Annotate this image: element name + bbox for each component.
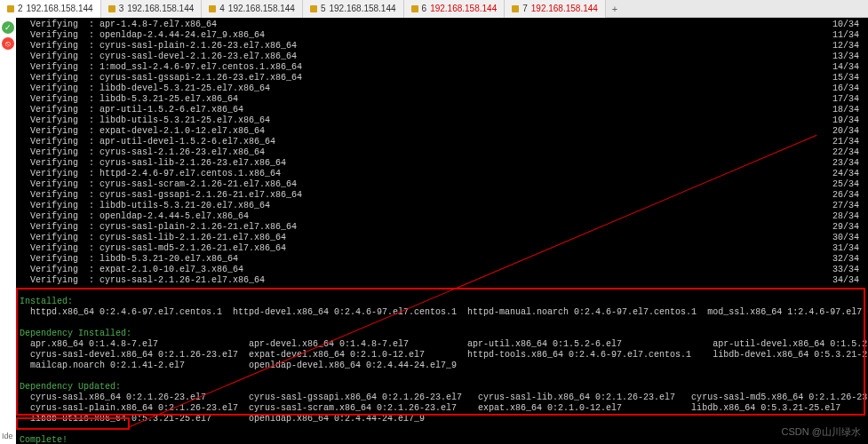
verify-line: Verifying : expat-2.1.0-10.el7_3.x86_643…	[20, 265, 864, 275]
tab-num: 7	[522, 4, 528, 13]
dep-installed-line: apr.x86_64 0:1.4.8-7.el7 apr-devel.x86_6…	[20, 339, 864, 350]
verify-line: Verifying : libdb-devel-5.3.21-25.el7.x8…	[20, 83, 864, 94]
verify-line: Verifying : cyrus-sasl-devel-2.1.26-23.e…	[20, 52, 864, 62]
tab-label: 192.168.158.144	[329, 4, 395, 13]
tab-icon	[411, 5, 418, 12]
stop-icon[interactable]: ⦸	[2, 37, 14, 50]
verify-line: Verifying : cyrus-sasl-lib-2.1.26-21.el7…	[20, 233, 864, 243]
tab-2[interactable]: 2192.168.158.144	[0, 0, 101, 18]
complete-line: Complete!	[20, 435, 864, 444]
installed-line: httpd.x86_64 0:2.4.6-97.el7.centos.1 htt…	[20, 307, 864, 318]
tab-num: 4	[219, 4, 225, 13]
tab-7[interactable]: 7192.168.158.144	[505, 0, 606, 18]
tab-bar: 2192.168.158.1443192.168.158.1444192.168…	[0, 0, 868, 18]
tab-icon	[209, 5, 216, 12]
verify-line: Verifying : cyrus-sasl-lib-2.1.26-23.el7…	[20, 158, 864, 169]
tab-num: 3	[119, 4, 124, 13]
left-icons: ✓ ⦸	[2, 21, 16, 50]
dep-installed-line: cyrus-sasl-devel.x86_64 0:2.1.26-23.el7 …	[20, 350, 864, 361]
dep-updated-line: cyrus-sasl.x86_64 0:2.1.26-23.el7 cyrus-…	[20, 392, 864, 403]
ide-label: Ide	[2, 432, 13, 440]
verify-line: Verifying : cyrus-sasl-plain-2.1.26-23.e…	[20, 41, 864, 52]
verify-line: Verifying : apr-util-1.5.2-6.el7.x86_641…	[20, 105, 864, 115]
tab-num: 5	[321, 4, 326, 13]
tab-label: 192.168.158.144	[430, 4, 497, 13]
verify-line: Verifying : cyrus-sasl-gssapi-2.1.26-21.…	[20, 190, 864, 201]
verify-line: Verifying : apr-1.4.8-7.el7.x86_6410/34	[20, 20, 864, 30]
verify-line: Verifying : 1:mod_ssl-2.4.6-97.el7.cento…	[20, 62, 864, 73]
verify-line: Verifying : openldap-2.4.44-24.el7_9.x86…	[20, 30, 864, 41]
tab-label: 192.168.158.144	[127, 4, 194, 13]
tab-icon	[512, 5, 519, 12]
tab-5[interactable]: 5192.168.158.144	[303, 0, 404, 18]
add-tab-button[interactable]: +	[606, 4, 624, 14]
verify-line: Verifying : cyrus-sasl-scram-2.1.26-21.e…	[20, 179, 864, 190]
verify-line: Verifying : openldap-2.4.44-5.el7.x86_64…	[20, 211, 864, 222]
verify-line: Verifying : cyrus-sasl-2.1.26-21.el7.x86…	[20, 275, 864, 286]
verify-line: Verifying : apr-util-devel-1.5.2-6.el7.x…	[20, 137, 864, 147]
tab-4[interactable]: 4192.168.158.144	[202, 0, 303, 18]
dep-installed-line: mailcap.noarch 0:2.1.41-2.el7 openldap-d…	[20, 361, 864, 371]
dep-installed-header: Dependency Installed:	[20, 329, 864, 339]
dep-updated-line: libdb-utils.x86_64 0:5.3.21-25.el7 openl…	[20, 414, 864, 424]
verify-line: Verifying : cyrus-sasl-plain-2.1.26-21.e…	[20, 222, 864, 233]
tab-icon	[310, 5, 317, 12]
installed-header: Installed:	[20, 297, 864, 307]
verify-line: Verifying : cyrus-sasl-md5-2.1.26-21.el7…	[20, 243, 864, 254]
dep-updated-line: cyrus-sasl-plain.x86_64 0:2.1.26-23.el7 …	[20, 403, 864, 414]
dep-updated-header: Dependency Updated:	[20, 382, 864, 392]
tab-label: 192.168.158.144	[228, 4, 295, 13]
verify-line: Verifying : libdb-utils-5.3.21-25.el7.x8…	[20, 115, 864, 126]
verify-line: Verifying : cyrus-sasl-2.1.26-23.el7.x86…	[20, 147, 864, 158]
tab-num: 2	[18, 4, 23, 13]
tab-label: 192.168.158.144	[27, 4, 93, 13]
tab-label: 192.168.158.144	[531, 4, 598, 13]
tab-3[interactable]: 3192.168.158.144	[101, 0, 203, 18]
success-icon[interactable]: ✓	[2, 21, 14, 34]
verify-line: Verifying : cyrus-sasl-gssapi-2.1.26-23.…	[20, 73, 864, 83]
verify-line: Verifying : libdb-5.3.21-25.el7.x86_6417…	[20, 94, 864, 105]
terminal-output[interactable]: Verifying : apr-1.4.8-7.el7.x86_6410/34 …	[16, 18, 868, 444]
tab-icon	[108, 5, 115, 12]
verify-line: Verifying : httpd-2.4.6-97.el7.centos.1.…	[20, 169, 864, 179]
verify-line: Verifying : expat-devel-2.1.0-12.el7.x86…	[20, 126, 864, 137]
tab-icon	[7, 5, 14, 12]
verify-line: Verifying : libdb-5.3.21-20.el7.x86_6432…	[20, 254, 864, 265]
tab-6[interactable]: 6192.168.158.144	[404, 0, 506, 18]
tab-num: 6	[422, 4, 427, 13]
verify-line: Verifying : libdb-utils-5.3.21-20.el7.x8…	[20, 201, 864, 211]
